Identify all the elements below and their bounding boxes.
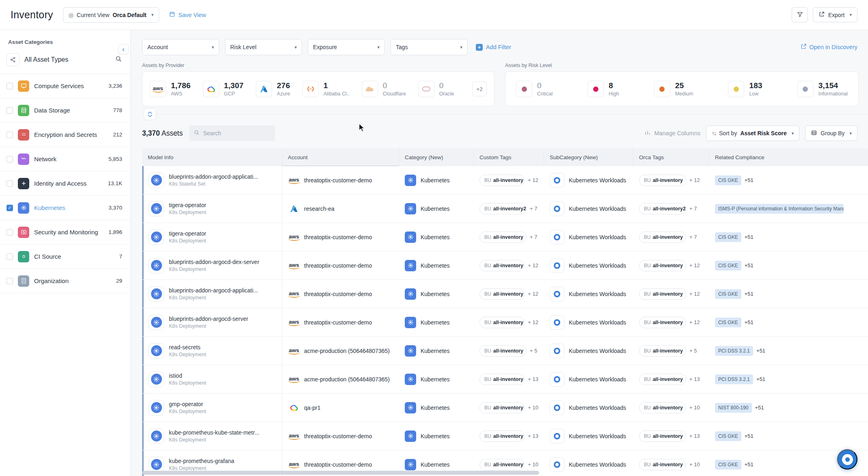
- compliance-chip[interactable]: PCI DSS 3.2.1: [715, 374, 753, 384]
- compliance-chip[interactable]: CIS GKE: [715, 431, 741, 441]
- orca-tags-more[interactable]: + 12: [689, 291, 700, 297]
- risk-stat-informational[interactable]: 3,154Informational: [797, 81, 848, 97]
- orca-tags-more[interactable]: + 10: [689, 461, 700, 467]
- custom-tags-more[interactable]: + 13: [528, 376, 538, 382]
- providers-more-chip[interactable]: +2: [472, 82, 487, 96]
- cell-category[interactable]: Kubernetes: [399, 308, 474, 336]
- cell-orca-tags[interactable]: BUall-inventory+ 10: [633, 394, 709, 422]
- custom-tags-more[interactable]: + 10: [528, 405, 538, 411]
- cell-category[interactable]: Kubernetes: [399, 422, 474, 450]
- column-header-category-new-[interactable]: Category (New): [399, 148, 474, 166]
- filter-dropdown-account[interactable]: Account▾: [142, 39, 219, 55]
- compliance-chip[interactable]: CIS GKE: [715, 232, 741, 242]
- compliance-more[interactable]: +51: [745, 291, 754, 297]
- column-header-account[interactable]: Account: [282, 148, 399, 166]
- cell-category[interactable]: Kubernetes: [399, 365, 474, 393]
- column-header-subcategory-new-[interactable]: SubCategory (New): [544, 148, 633, 166]
- cell-subcategory[interactable]: Kubernetes Workloads: [544, 195, 633, 223]
- table-row[interactable]: tigera-operatorK8s Deploymentresearch-ea…: [142, 195, 868, 223]
- cell-orca-tags[interactable]: BUall-inventory+ 12: [633, 308, 709, 336]
- table-row[interactable]: blueprints-addon-argocd-dex-serverK8s De…: [142, 251, 868, 280]
- manage-columns-button[interactable]: Manage Columns: [644, 130, 700, 137]
- cell-subcategory[interactable]: Kubernetes Workloads: [544, 394, 633, 422]
- cell-related-compliance[interactable]: CIS GKE+51: [709, 223, 868, 251]
- orca-tags-more[interactable]: + 13: [689, 376, 700, 382]
- cell-subcategory[interactable]: Kubernetes Workloads: [544, 223, 633, 251]
- custom-tag-pill[interactable]: BUall-inventory: [479, 260, 525, 271]
- table-row[interactable]: kube-prometheus-kube-state-metr...K8s De…: [142, 422, 868, 450]
- cell-model-info[interactable]: tigera-operatorK8s Deployment: [142, 195, 282, 223]
- cell-subcategory[interactable]: Kubernetes Workloads: [544, 280, 633, 308]
- group-by-dropdown[interactable]: Group By ▾: [805, 125, 857, 141]
- compliance-chip[interactable]: ISMS-P (Personal information & Informati…: [715, 204, 844, 214]
- custom-tags-more[interactable]: + 5: [530, 348, 537, 354]
- cell-account[interactable]: awsthreatoptix-customer-demo: [282, 223, 399, 251]
- cell-account[interactable]: awsthreatoptix-customer-demo: [282, 251, 399, 279]
- custom-tags-more[interactable]: + 12: [528, 319, 538, 325]
- cell-account[interactable]: awsthreatoptix-customer-demo: [282, 280, 399, 308]
- orca-tag-pill[interactable]: BUall-inventory: [639, 459, 686, 470]
- custom-tags-more[interactable]: + 13: [528, 433, 538, 439]
- orca-tags-more[interactable]: + 12: [689, 319, 700, 325]
- column-header-model-info[interactable]: Model Info: [142, 148, 282, 166]
- cell-account[interactable]: awsthreatoptix-customer-demo: [282, 308, 399, 336]
- collapse-stats-button[interactable]: [144, 108, 156, 120]
- compliance-more[interactable]: +51: [745, 461, 754, 467]
- table-row[interactable]: blueprints-addon-argocd-applicati...K8s …: [142, 280, 868, 308]
- cell-model-info[interactable]: blueprints-addon-argocd-serverK8s Deploy…: [142, 308, 282, 336]
- provider-stat-oracle[interactable]: 0Oracle: [418, 81, 454, 97]
- risk-stat-high[interactable]: 8High: [587, 81, 619, 97]
- sort-by-dropdown[interactable]: ↑↓ Sort by Asset Risk Score ▾: [706, 125, 799, 141]
- sidebar-item-encryption-and-secrets[interactable]: Encryption and Secrets212: [0, 123, 130, 147]
- cell-related-compliance[interactable]: NIST 800-190+51: [709, 394, 868, 422]
- column-header-related-compliance[interactable]: Related Compliance: [709, 148, 868, 166]
- horizontal-scrollbar[interactable]: [142, 471, 539, 475]
- export-button[interactable]: Export ▾: [813, 7, 857, 22]
- orca-tag-pill[interactable]: BUall-inventory: [639, 175, 686, 186]
- checkbox[interactable]: [6, 278, 13, 284]
- compliance-chip[interactable]: CIS GKE: [715, 261, 741, 270]
- sidebar-item-data-storage[interactable]: Data Storage778: [0, 98, 130, 123]
- cell-custom-tags[interactable]: BUall-inventory+ 7: [474, 223, 544, 251]
- orca-tag-pill[interactable]: BUall-inventory: [639, 374, 686, 385]
- table-row[interactable]: read-secretsK8s Deploymentawsacme-produc…: [142, 337, 868, 365]
- sidebar-item-organization[interactable]: Organization29: [0, 269, 130, 293]
- sidebar-item-compute-services[interactable]: Compute Services3,236: [0, 74, 130, 98]
- cell-related-compliance[interactable]: CIS GKE+51: [709, 308, 868, 336]
- cell-related-compliance[interactable]: CIS GKE+51: [709, 166, 868, 194]
- sidebar-collapse-button[interactable]: ‹: [118, 44, 129, 54]
- orca-tag-pill[interactable]: BUall-inventory2: [639, 203, 686, 214]
- cell-subcategory[interactable]: Kubernetes Workloads: [544, 422, 633, 450]
- compliance-chip[interactable]: PCI DSS 3.2.1: [715, 346, 753, 356]
- cell-category[interactable]: Kubernetes: [399, 280, 474, 308]
- custom-tags-more[interactable]: + 7: [530, 234, 537, 240]
- cell-custom-tags[interactable]: BUall-inventory+ 13: [474, 365, 544, 393]
- provider-stat-alibaba[interactable]: 1Alibaba Cl..: [302, 81, 350, 97]
- cell-custom-tags[interactable]: BUall-inventory+ 10: [474, 394, 544, 422]
- cell-orca-tags[interactable]: BUall-inventory+ 7: [633, 223, 709, 251]
- checkbox[interactable]: [6, 132, 13, 138]
- cell-subcategory[interactable]: Kubernetes Workloads: [544, 337, 633, 365]
- search-icon[interactable]: [115, 55, 122, 64]
- checkbox[interactable]: [6, 83, 13, 89]
- orca-tags-more[interactable]: + 10: [689, 405, 700, 411]
- checkbox[interactable]: [6, 180, 13, 187]
- filter-dropdown-risk-level[interactable]: Risk Level▾: [225, 39, 302, 55]
- cell-model-info[interactable]: blueprints-addon-argocd-applicati...K8s …: [142, 280, 282, 308]
- cell-orca-tags[interactable]: BUall-inventory+ 10: [633, 450, 709, 476]
- filter-button[interactable]: [792, 7, 808, 22]
- risk-stat-medium[interactable]: 25Medium: [654, 81, 693, 97]
- orca-tags-more[interactable]: + 5: [689, 348, 697, 354]
- compliance-more[interactable]: +51: [745, 177, 754, 183]
- orca-tag-pill[interactable]: BUall-inventory: [639, 317, 686, 328]
- column-header-orca-tags[interactable]: Orca Tags: [633, 148, 709, 166]
- custom-tags-more[interactable]: + 7: [530, 206, 537, 212]
- search-input[interactable]: [203, 130, 271, 136]
- risk-stat-critical[interactable]: 0Critical: [516, 81, 553, 97]
- cell-category[interactable]: Kubernetes: [399, 166, 474, 194]
- checkbox[interactable]: [6, 156, 13, 162]
- orca-tags-more[interactable]: + 7: [689, 206, 697, 212]
- compliance-more[interactable]: +51: [756, 376, 765, 382]
- orca-tags-more[interactable]: + 7: [689, 234, 697, 240]
- cell-account[interactable]: research-ea: [282, 195, 399, 223]
